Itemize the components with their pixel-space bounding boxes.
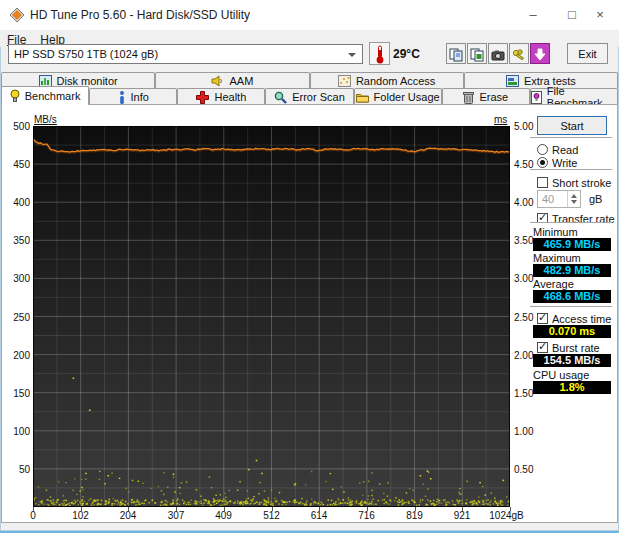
drive-select[interactable]: HP SSD S750 1TB (1024 gB) [8,44,363,64]
x-axis-tickmark [176,507,177,511]
x-axis-tickmark [33,507,34,511]
info-icon [118,91,126,104]
close-button[interactable]: × [581,0,619,30]
file-benchmark-icon [531,91,542,104]
y-left-tick: 450 [4,159,30,170]
tab-label: Health [214,91,246,103]
read-radio[interactable]: Read [537,143,578,156]
tab-label: Error Scan [292,91,345,103]
cpu-usage-label: CPU usage [533,369,589,381]
tab-label: Folder Usage [374,91,440,103]
tab-label: AAM [229,75,253,87]
settings-keys-button[interactable] [509,43,529,64]
tab-label: Info [131,91,149,103]
y-left-tick: 50 [4,464,30,475]
separator [530,169,612,171]
access-time-checkbox[interactable]: Access time [537,312,611,325]
x-axis-tick: 102 [72,510,89,521]
save-results-icon [531,48,549,62]
x-axis-tick: 0 [30,510,36,521]
cpu-usage-value: 1.8% [533,381,611,394]
y-right-tick: 1.00 [514,426,533,437]
x-axis-tick: 716 [358,510,375,521]
tab-info[interactable]: Info [89,88,177,105]
error-scan-icon [274,91,287,104]
tab-erase[interactable]: Erase [442,88,530,105]
health-icon [196,91,209,104]
tab-benchmark[interactable]: Benchmark [1,86,89,105]
y-right-tick: 2.50 [514,312,533,323]
access-time-label: Access time [552,313,611,325]
tab-row-secondary: Disk monitorAAMRandom AccessExtra tests [1,72,618,88]
minimize-button[interactable]: – [514,0,552,30]
settings-keys-icon [510,48,528,62]
separator [530,306,612,308]
spinner-buttons[interactable] [567,191,580,207]
copy-image-button[interactable] [467,43,487,64]
write-radio-label: Write [552,157,577,169]
y-left-tick: 500 [4,121,30,132]
screenshot-icon [489,48,507,62]
y-left-axis-unit: MB/s [34,114,57,125]
temperature-icon [369,42,390,65]
tab-folder-usage[interactable]: Folder Usage [354,88,442,105]
x-axis-tick: 307 [168,510,185,521]
y-left-tick: 400 [4,197,30,208]
x-axis-tickmark [510,507,511,511]
title-bar: HD Tune Pro 5.60 - Hard Disk/SSD Utility… [0,0,619,30]
folder-icon [356,92,369,103]
tab-row-primary: BenchmarkInfoHealthError ScanFolder Usag… [1,88,618,105]
tab-random-access[interactable]: Random Access [310,72,464,88]
y-left-tick: 250 [4,312,30,323]
temperature-value: 29°C [393,47,420,61]
start-button[interactable]: Start [537,116,607,135]
app-window: HD Tune Pro 5.60 - Hard Disk/SSD Utility… [0,0,619,533]
disk-monitor-icon [39,75,52,87]
x-axis-tick: 512 [263,510,280,521]
tab-health[interactable]: Health [177,88,265,105]
tab-label: Random Access [356,75,435,87]
burst-rate-checkbox[interactable]: Burst rate [537,341,600,354]
tab-label: Benchmark [25,90,81,102]
y-left-tick: 350 [4,235,30,246]
maximum-label: Maximum [533,252,581,264]
maximum-value: 482.9 MB/s [533,264,611,277]
extra-tests-icon [506,75,519,87]
tab-file-benchmark[interactable]: File Benchmark [530,88,618,105]
copy-text-button[interactable] [446,43,466,64]
copy-text-icon [447,48,465,62]
y-right-tick: 0.50 [514,464,533,475]
exit-button[interactable]: Exit [567,43,608,64]
x-axis-tickmark [128,507,129,511]
short-stroke-checkbox[interactable]: Short stroke [537,176,611,189]
short-stroke-spinner[interactable]: 40 [537,190,581,208]
y-left-tick: 100 [4,426,30,437]
spin-down-icon [571,200,577,204]
random-access-icon [338,75,351,87]
minimum-label: Minimum [533,226,578,238]
checkbox-icon [537,177,548,188]
tab-label: Disk monitor [57,75,118,87]
y-right-tick: 3.50 [514,235,533,246]
separator [530,137,612,139]
checkbox-checked-icon [537,313,548,324]
tab-aam[interactable]: AAM [155,72,309,88]
copy-image-icon [468,48,486,62]
write-radio[interactable]: Write [537,156,577,169]
y-right-tick: 3.00 [514,273,533,284]
save-results-button[interactable] [530,43,550,64]
erase-icon [463,91,474,104]
y-right-tick: 5.00 [514,121,533,132]
short-stroke-unit: gB [589,193,602,205]
tab-error-scan[interactable]: Error Scan [265,88,353,105]
x-axis-tick: 819 [406,510,423,521]
average-value: 468.6 MB/s [533,290,611,303]
y-right-tick: 1.50 [514,388,533,399]
screenshot-button[interactable] [488,43,508,64]
window-title: HD Tune Pro 5.60 - Hard Disk/SSD Utility [30,8,250,22]
x-axis-tickmark [319,507,320,511]
x-axis-tick: 921 [454,510,471,521]
access-time-value: 0.070 ms [533,325,611,338]
chevron-down-icon [348,53,356,57]
short-stroke-value: 40 [542,193,554,205]
